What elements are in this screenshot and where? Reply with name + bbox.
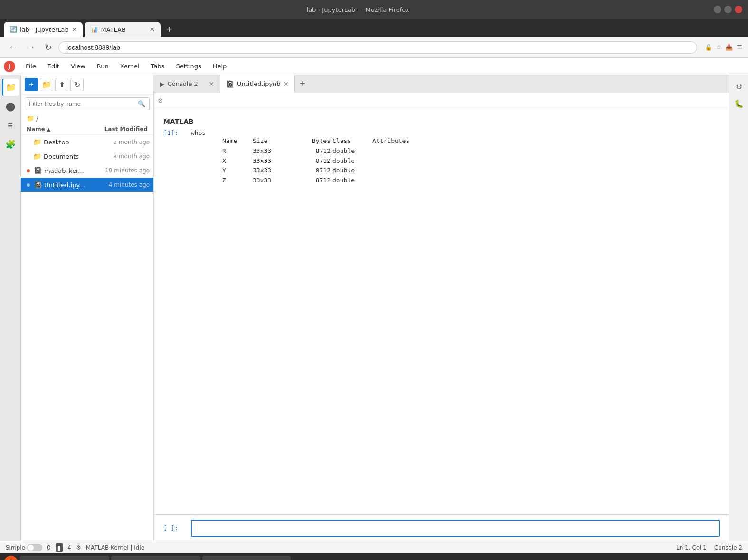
menu-view[interactable]: View [66, 61, 90, 72]
notebook-icon-matlab: 📓 [33, 166, 42, 175]
menu-tabs[interactable]: Tabs [146, 61, 170, 72]
file-item-matlab-ker[interactable]: 📓 matlab_ker... 19 minutes ago [21, 163, 153, 178]
file-list-header: Name ▲ Last Modified [21, 124, 153, 135]
status-bar: Simple 0 ▮ 4 ⚙ MATLAB Kernel | Idle Ln 1… [0, 541, 748, 553]
new-folder-button[interactable]: 📁 [40, 78, 53, 91]
row-R-class: double [332, 146, 370, 156]
status-context: Console 2 [714, 544, 742, 551]
new-launcher-button[interactable]: + [25, 78, 38, 91]
tab-close-jupyterlab[interactable]: ✕ [72, 26, 77, 33]
url-input[interactable] [58, 41, 697, 54]
bookmark-icon[interactable]: ☆ [716, 44, 722, 51]
address-bar: ← → ↻ 🔒 ☆ 📥 ☰ [0, 37, 748, 58]
output-row-R: R 33x33 8712 double [192, 146, 720, 156]
folder-plus-icon: 📁 [42, 80, 51, 89]
tab-close-untitled[interactable]: ✕ [284, 80, 289, 88]
notebook-icon-untitled: 📓 [33, 180, 42, 190]
cell-1-prompt: [1]: [163, 129, 187, 136]
list-icon: ≡ [8, 121, 13, 131]
dot-placeholder2 [27, 154, 30, 158]
tab-console2[interactable]: ▶ Console 2 ✕ [154, 75, 220, 93]
output-row-Y: Y 33x33 8712 double [192, 166, 720, 176]
file-item-desktop[interactable]: 📁 Desktop a month ago [21, 135, 153, 149]
code-input[interactable] [191, 520, 720, 537]
forward-button[interactable]: → [24, 41, 38, 53]
new-tab-button[interactable]: + [162, 22, 176, 37]
row-R-size: 33x33 [253, 146, 291, 156]
row-X-class: double [332, 156, 370, 166]
window-controls [714, 6, 742, 13]
filter-box: 🔍 [25, 97, 150, 110]
simple-label: Simple [6, 544, 25, 551]
browser-tab-jupyterlab[interactable]: 🔄 lab - JupyterLab ✕ [4, 22, 83, 37]
file-modified-untitled: 4 minutes ago [93, 181, 150, 188]
address-bar-icons: 🔒 ☆ 📥 ☰ [705, 44, 742, 51]
new-tab-doc-button[interactable]: + [295, 75, 310, 93]
taskbar-item-terminal1[interactable]: 🖥 ubuntu@ip-172-31-93-... [20, 556, 109, 560]
folder-icon-path: 📁 [27, 115, 34, 122]
row-Z-bytes: 8712 [293, 176, 331, 186]
tab-untitled-notebook[interactable]: 📓 Untitled.ipynb ✕ [220, 75, 295, 93]
pocket-icon[interactable]: 📥 [725, 44, 733, 51]
column-name[interactable]: Name ▲ [27, 126, 91, 133]
file-name-untitled: Untitled.ipy... [44, 181, 91, 189]
activity-bar: 📁 ⬤ ≡ 🧩 [0, 75, 21, 541]
status-four: 4 [67, 544, 71, 551]
settings-gear-icon[interactable]: ⚙ [158, 97, 163, 104]
filter-input[interactable] [25, 98, 134, 110]
status-zero: 0 [47, 544, 51, 551]
right-settings-button[interactable]: ⚙ [731, 79, 747, 94]
tab-close-console2[interactable]: ✕ [208, 80, 214, 88]
browser-titlebar: lab - JupyterLab — Mozilla Firefox [0, 0, 748, 19]
tab-close-matlab[interactable]: ✕ [150, 26, 155, 33]
file-name-matlab: matlab_ker... [44, 167, 91, 174]
file-name-documents: Documents [44, 153, 91, 160]
refresh-button[interactable]: ↻ [42, 41, 55, 54]
search-icon: 🔍 [134, 98, 149, 109]
taskbar-item-firefox[interactable]: 🦊 lab - JupyterLab — Mo... [202, 556, 291, 560]
folder-icon-documents: 📁 [32, 152, 42, 161]
dot-untitled [27, 183, 30, 187]
menu-help[interactable]: Help [208, 61, 232, 72]
row-Z-attrs [372, 176, 410, 186]
menu-kernel[interactable]: Kernel [115, 61, 144, 72]
activity-commands-button[interactable]: ≡ [2, 117, 19, 134]
file-browser-panel: + 📁 ⬆ ↻ 🔍 📁 / Name ▲ Last Modified [21, 75, 154, 541]
taskbar-item-terminal2[interactable]: 🖥 ubuntu@ip-172-31-93-... [111, 556, 200, 560]
menu-run[interactable]: Run [92, 61, 114, 72]
maximize-button[interactable] [724, 6, 732, 13]
close-button[interactable] [735, 6, 742, 13]
simple-toggle: Simple [6, 544, 42, 551]
browser-tab-matlab[interactable]: 📊 MATLAB ✕ [85, 22, 161, 37]
right-debug-button[interactable]: 🐛 [731, 96, 747, 111]
cell-1-code: whos [191, 129, 206, 136]
status-gear-icon[interactable]: ⚙ [76, 544, 81, 551]
tab-favicon: 🔄 [9, 26, 17, 33]
upload-button[interactable]: ⬆ [55, 78, 68, 91]
row-Y-size: 33x33 [253, 166, 291, 176]
file-modified-desktop: a month ago [93, 139, 150, 145]
row-X-size: 33x33 [253, 156, 291, 166]
menu-edit[interactable]: Edit [43, 61, 64, 72]
ubuntu-logo[interactable]: 🐧 [4, 556, 18, 560]
row-Y-class: double [332, 166, 370, 176]
mode-toggle[interactable] [27, 544, 42, 551]
file-item-untitled[interactable]: 📓 Untitled.ipy... 4 minutes ago [21, 178, 153, 192]
circle-icon: ⬤ [6, 101, 15, 112]
activity-extensions-button[interactable]: 🧩 [2, 136, 19, 153]
refresh-filebrowser-button[interactable]: ↻ [70, 78, 84, 91]
minimize-button[interactable] [714, 6, 721, 13]
menu-file[interactable]: File [21, 61, 41, 72]
col-header-name2: Name [222, 136, 251, 146]
file-list: 📁 Desktop a month ago 📁 Documents a mont… [21, 135, 153, 541]
right-sidebar: ⚙ 🐛 [729, 75, 748, 541]
jl-main: 📁 ⬤ ≡ 🧩 + 📁 ⬆ ↻ 🔍 [0, 75, 748, 541]
activity-files-button[interactable]: 📁 [2, 79, 19, 96]
menu-icon[interactable]: ☰ [737, 44, 742, 51]
activity-running-button[interactable]: ⬤ [2, 98, 19, 115]
path-text[interactable]: / [36, 115, 38, 122]
file-item-documents[interactable]: 📁 Documents a month ago [21, 149, 153, 163]
back-button[interactable]: ← [6, 41, 20, 53]
menu-settings[interactable]: Settings [171, 61, 206, 72]
file-name-desktop: Desktop [44, 139, 91, 146]
